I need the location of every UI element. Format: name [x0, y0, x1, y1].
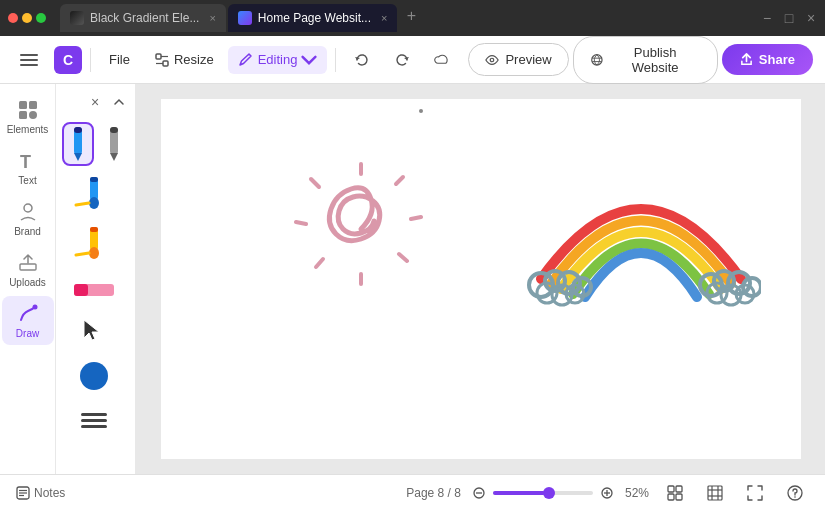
- svg-marker-20: [110, 153, 118, 161]
- zoom-track[interactable]: [493, 491, 593, 495]
- preview-icon: [485, 53, 499, 67]
- canvas-dot: [419, 109, 423, 113]
- tab-home-page[interactable]: Home Page Websit... ×: [228, 4, 398, 32]
- chevron-down-icon: [301, 52, 317, 68]
- zoom-thumb[interactable]: [543, 487, 555, 499]
- sidebar-item-uploads[interactable]: Uploads: [2, 245, 54, 294]
- grid-button[interactable]: [701, 479, 729, 507]
- dot-green: [36, 13, 46, 23]
- cursor-tool[interactable]: [62, 314, 126, 350]
- svg-rect-65: [676, 486, 682, 492]
- tab-black-gradient[interactable]: Black Gradient Ele... ×: [60, 4, 226, 32]
- sun-drawing: [291, 159, 431, 299]
- svg-point-4: [491, 58, 495, 62]
- elements-icon: [16, 98, 40, 122]
- dot-yellow: [22, 13, 32, 23]
- tab-close-2[interactable]: ×: [381, 12, 387, 24]
- grid-icon: [707, 485, 723, 501]
- svg-rect-10: [19, 111, 27, 119]
- publish-label: Publish Website: [609, 45, 700, 75]
- new-tab-button[interactable]: +: [399, 4, 423, 28]
- sidebar-item-draw[interactable]: Draw: [2, 296, 54, 345]
- svg-marker-17: [74, 153, 82, 161]
- zoom-slider[interactable]: [473, 487, 613, 499]
- tab-label-1: Black Gradient Ele...: [90, 11, 199, 25]
- svg-rect-72: [708, 486, 722, 500]
- resize-label: Resize: [174, 52, 214, 67]
- tool-panel-collapse-button[interactable]: [109, 92, 129, 112]
- editing-button[interactable]: Editing: [228, 46, 328, 74]
- cloud-save-button[interactable]: [424, 46, 460, 74]
- resize-button[interactable]: Resize: [144, 46, 224, 74]
- tool-panel-close-button[interactable]: ×: [85, 92, 105, 112]
- window-controls: − □ ×: [761, 12, 817, 24]
- svg-rect-1: [163, 61, 168, 66]
- sidebar: Elements T Text Brand Uploads Draw: [0, 84, 56, 474]
- draw-icon: [16, 302, 40, 326]
- brand-label: Brand: [14, 226, 41, 237]
- file-menu-button[interactable]: File: [99, 46, 140, 73]
- canvas[interactable]: [161, 99, 801, 459]
- rainbow-drawing: [521, 119, 761, 319]
- sidebar-item-text[interactable]: T Text: [2, 143, 54, 192]
- svg-text:T: T: [20, 152, 31, 172]
- brand-icon: [16, 200, 40, 224]
- redo-button[interactable]: [384, 46, 420, 74]
- color-picker-tool[interactable]: [62, 356, 126, 396]
- sidebar-item-elements[interactable]: Elements: [2, 92, 54, 141]
- pen-tools-row: [62, 122, 129, 166]
- svg-line-34: [396, 177, 403, 184]
- svg-line-40: [311, 179, 319, 187]
- preview-label: Preview: [505, 52, 551, 67]
- hamburger-menu-button[interactable]: [12, 46, 46, 74]
- svg-rect-31: [74, 284, 88, 296]
- notes-button[interactable]: Notes: [16, 486, 65, 500]
- tab-close-1[interactable]: ×: [209, 12, 215, 24]
- editing-icon: [238, 52, 254, 68]
- help-button[interactable]: [781, 479, 809, 507]
- share-icon: [740, 53, 753, 66]
- divider-1: [90, 48, 91, 72]
- text-label: Text: [18, 175, 36, 186]
- line-weight-tool[interactable]: [62, 402, 126, 438]
- svg-rect-67: [676, 494, 682, 500]
- brush-tool-yellow[interactable]: [62, 222, 126, 266]
- titlebar: Black Gradient Ele... × Home Page Websit…: [0, 0, 825, 36]
- svg-rect-9: [29, 101, 37, 109]
- notes-icon: [16, 486, 30, 500]
- close-button[interactable]: ×: [805, 12, 817, 24]
- minimize-button[interactable]: −: [761, 12, 773, 24]
- resize-icon: [154, 52, 170, 68]
- sidebar-item-brand[interactable]: Brand: [2, 194, 54, 243]
- preview-button[interactable]: Preview: [468, 43, 568, 76]
- zoom-fill: [493, 491, 545, 495]
- toolbar: C File Resize Editing Preview Publish We…: [0, 36, 825, 84]
- divider-2: [335, 48, 336, 72]
- text-icon: T: [16, 149, 40, 173]
- undo-button[interactable]: [344, 46, 380, 74]
- canvas-area[interactable]: [136, 84, 825, 474]
- svg-rect-0: [156, 54, 161, 59]
- zoom-in-icon[interactable]: [601, 487, 613, 499]
- uploads-label: Uploads: [9, 277, 46, 288]
- elements-label: Elements: [7, 124, 49, 135]
- maximize-button[interactable]: □: [783, 12, 795, 24]
- window-dots: [8, 13, 46, 23]
- layout-button[interactable]: [661, 479, 689, 507]
- svg-rect-8: [19, 101, 27, 109]
- pen-tool-gray[interactable]: [98, 122, 130, 166]
- share-button[interactable]: Share: [722, 44, 813, 75]
- svg-rect-28: [90, 227, 98, 232]
- pen-tool-blue[interactable]: [62, 122, 94, 166]
- svg-marker-32: [84, 320, 99, 340]
- redo-icon: [394, 52, 410, 68]
- statusbar: Notes Page 8 / 8 52%: [0, 474, 825, 510]
- tool-panel: ×: [56, 84, 136, 474]
- svg-rect-18: [74, 127, 82, 133]
- eraser-tool[interactable]: [62, 272, 126, 308]
- publish-button[interactable]: Publish Website: [573, 36, 718, 84]
- fullscreen-button[interactable]: [741, 479, 769, 507]
- publish-icon: [590, 53, 604, 67]
- brush-tool-blue[interactable]: [62, 172, 126, 216]
- zoom-out-icon[interactable]: [473, 487, 485, 499]
